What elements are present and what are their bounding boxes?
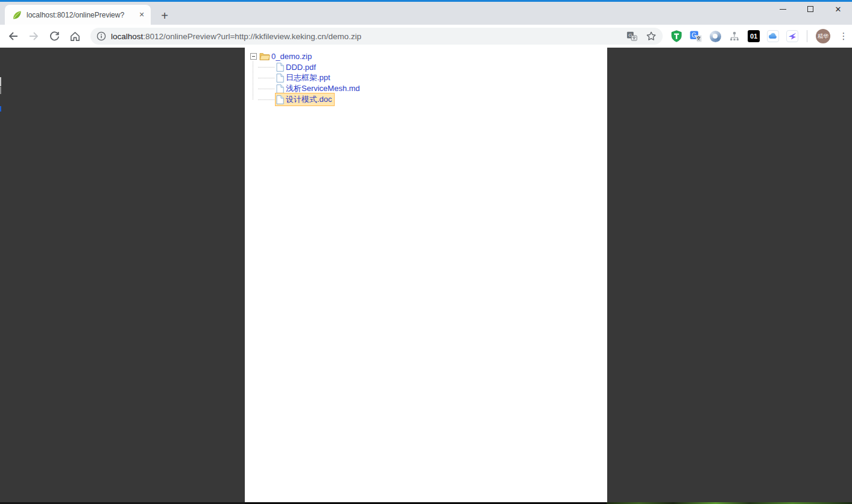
address-bar[interactable]: localhost:8012/onlinePreview?url=http://… xyxy=(90,28,663,45)
tree-node-label[interactable]: 设计模式.doc xyxy=(286,94,332,105)
sitemap-icon xyxy=(729,31,740,42)
tab-online-preview[interactable]: localhost:8012/onlinePreview? ✕ xyxy=(5,5,151,25)
file-icon xyxy=(276,74,284,83)
browser-toolbar: localhost:8012/onlinePreview?url=http://… xyxy=(0,25,852,48)
window-controls: ✕ xyxy=(769,0,852,18)
donut-swirl-extension-icon[interactable] xyxy=(709,30,721,42)
maximize-icon xyxy=(807,6,813,12)
bird-extension-icon[interactable] xyxy=(786,30,798,42)
tree-connector-line xyxy=(253,61,253,99)
file-icon xyxy=(276,95,284,104)
home-icon xyxy=(69,31,81,42)
browser-menu-button[interactable]: ⋮ xyxy=(838,29,850,43)
tab-close-icon[interactable]: ✕ xyxy=(136,10,147,20)
maximize-button[interactable] xyxy=(797,0,824,18)
tree-node-file-selected[interactable]: 设计模式.doc xyxy=(250,94,607,105)
omnibox-actions: G xyxy=(626,31,657,42)
google-translate-extension-icon[interactable]: G xyxy=(690,30,702,42)
tree-connector-stub xyxy=(258,78,274,78)
tree-connector-stub xyxy=(258,89,274,89)
reload-icon xyxy=(49,31,60,42)
collapse-minus-icon[interactable] xyxy=(250,53,257,60)
close-button[interactable]: ✕ xyxy=(824,0,852,18)
minimize-button[interactable] xyxy=(769,0,797,18)
translate-page-icon[interactable]: G xyxy=(626,31,637,42)
tree-node-label[interactable]: 0_demo.zip xyxy=(271,52,312,61)
back-button[interactable] xyxy=(5,28,22,45)
file-tree: 0_demo.zip DDD.pdf xyxy=(245,48,607,105)
forward-button[interactable] xyxy=(25,28,42,45)
reload-button[interactable] xyxy=(46,28,63,45)
badge-01-extension-icon[interactable]: 01 xyxy=(748,30,760,42)
file-icon xyxy=(276,63,284,72)
forward-arrow-icon xyxy=(28,30,40,42)
shield-t-icon xyxy=(671,30,683,42)
tree-connector-stub xyxy=(258,99,274,100)
tab-title: localhost:8012/onlinePreview? xyxy=(27,11,136,19)
new-tab-button[interactable]: + xyxy=(157,8,172,24)
url-host: localhost xyxy=(111,32,143,41)
screen-edge-artifact xyxy=(0,87,1,94)
url-text[interactable]: localhost:8012/onlinePreview?url=http://… xyxy=(111,32,361,41)
screen-edge-artifact xyxy=(0,77,1,86)
google-translate-icon: G xyxy=(690,30,702,42)
tab-strip: localhost:8012/onlinePreview? ✕ + xyxy=(0,2,852,25)
cloud-icon xyxy=(768,31,778,41)
home-button[interactable] xyxy=(66,28,83,45)
bird-icon xyxy=(787,31,797,41)
minimize-icon xyxy=(780,9,786,10)
url-path: :8012/onlinePreview?url=http://kkfilevie… xyxy=(143,32,361,41)
page-info-icon[interactable] xyxy=(96,31,106,41)
donut-swirl-icon xyxy=(710,31,721,42)
bookmark-star-icon[interactable] xyxy=(646,31,657,42)
tree-node-root[interactable]: 0_demo.zip xyxy=(250,51,607,61)
spring-leaf-icon xyxy=(12,10,22,20)
folder-open-icon xyxy=(259,52,270,60)
close-icon: ✕ xyxy=(835,5,842,13)
page-content: 0_demo.zip DDD.pdf xyxy=(0,48,852,502)
file-icon xyxy=(276,84,284,93)
sitemap-extension-icon[interactable] xyxy=(728,30,740,42)
cloud-extension-icon[interactable] xyxy=(767,30,779,42)
extensions-bar: G 01 xyxy=(671,29,850,43)
screen-edge-artifact xyxy=(0,106,1,112)
zip-preview-panel: 0_demo.zip DDD.pdf xyxy=(245,48,607,502)
tree-node-box-selected[interactable]: 设计模式.doc xyxy=(275,93,335,106)
toolbar-separator xyxy=(807,30,807,42)
profile-avatar[interactable]: 精华 xyxy=(816,29,830,43)
tree-connector-stub xyxy=(258,67,274,68)
tree-node-box[interactable]: 0_demo.zip xyxy=(270,51,314,62)
tree-node-label[interactable]: DDD.pdf xyxy=(286,63,316,72)
browser-window: localhost:8012/onlinePreview? ✕ + ✕ xyxy=(0,0,852,504)
back-arrow-icon xyxy=(7,30,19,42)
shield-t-extension-icon[interactable] xyxy=(671,30,683,42)
